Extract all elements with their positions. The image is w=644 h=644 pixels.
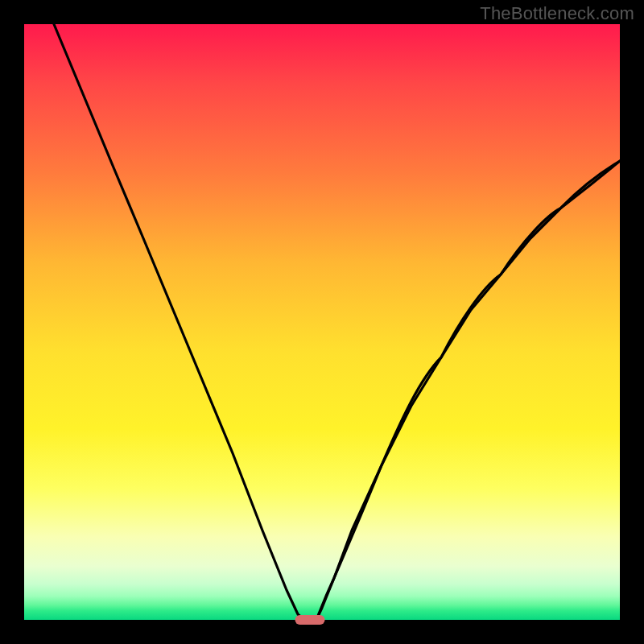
curve-right-branch: [316, 161, 620, 620]
watermark-text: TheBottleneck.com: [480, 3, 634, 24]
curve-left-branch: [54, 24, 304, 620]
curve-right-branch-smooth: [316, 161, 620, 620]
plot-area: [24, 24, 620, 620]
bottleneck-curve: [24, 24, 620, 620]
optimum-marker: [295, 615, 325, 625]
chart-frame: TheBottleneck.com: [0, 0, 644, 644]
